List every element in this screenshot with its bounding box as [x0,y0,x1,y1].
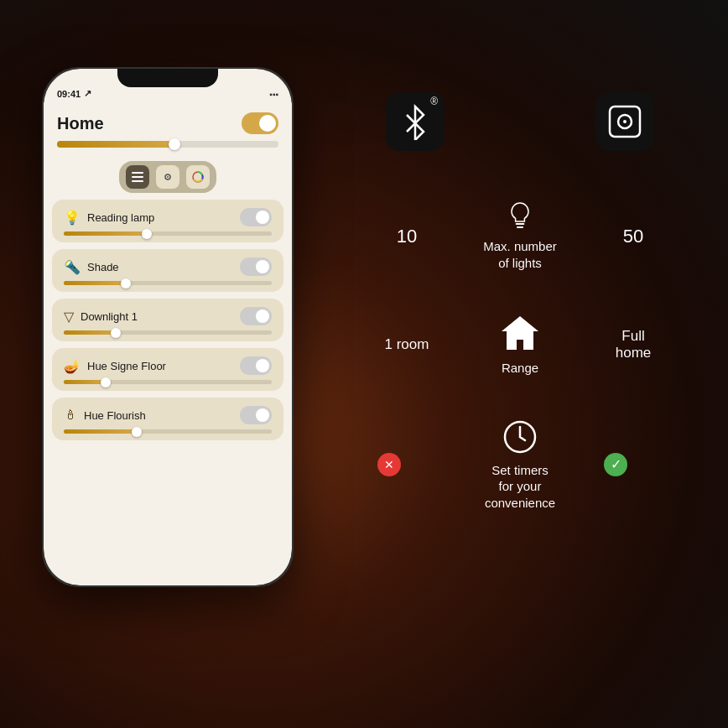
list-item: 🪔 Hue Signe Floor [52,348,283,391]
list-item: 🔦 Shade [52,249,283,292]
min-lights-value: 10 [377,226,436,247]
light-item-left: 💡 Reading lamp [64,210,154,226]
brightness-bar[interactable] [57,141,278,148]
tab-list[interactable] [126,165,149,189]
light-toggle-2[interactable] [240,307,272,325]
range-center: Range [453,313,587,377]
light-slider-3[interactable] [64,380,272,384]
svg-rect-2 [132,180,143,182]
timer-center: Set timers for your convenience [453,419,587,512]
floor-lamp-icon: 🪔 [64,358,81,374]
light-item-top: 🔦 Shade [64,257,272,276]
tab-bar [119,161,216,193]
svg-rect-1 [132,176,143,178]
tab-color[interactable] [186,165,210,189]
brightness-thumb [169,138,180,150]
light-item-left: 🪔 Hue Signe Floor [64,358,166,374]
house-icon [498,313,542,353]
ceiling-icon: 🕯 [64,408,77,423]
bluetooth-icon [400,103,430,140]
light-toggle-0[interactable] [240,208,272,226]
svg-rect-9 [516,223,525,225]
light-list: 💡 Reading lamp 🔦 [44,200,292,447]
bulb-icon: 🔦 [64,259,81,275]
battery-icon: ▪▪▪ [269,90,278,99]
downlight-icon: ▽ [64,309,74,325]
home-toggle[interactable] [242,112,278,134]
light-name: Reading lamp [87,211,154,224]
timer-yes: ✓ [604,453,663,476]
slider-fill [64,330,116,335]
light-name: Downlight 1 [81,310,138,323]
status-right: ▪▪▪ [269,90,278,99]
max-lights-center: Max. number of lights [453,201,587,271]
brightness-fill [57,141,179,148]
phone-content: Home [44,102,292,585]
phone: 09:41 ↗ ▪▪▪ Home [42,67,294,587]
max-range-value: Full home [604,328,663,361]
range-row: 1 room Range Full home [377,313,663,377]
bluetooth-section: ® [386,92,445,151]
slider-thumb [111,328,121,338]
bulb-icon [510,201,530,231]
light-item-left: 🕯 Hue Flourish [64,408,146,423]
list-item: ▽ Downlight 1 [52,299,283,341]
timer-row: ✕ Set timers for your convenience ✓ [377,419,663,512]
toggle-thumb [256,408,269,422]
status-time: 09:41 [57,89,81,99]
slider-thumb [142,229,152,239]
list-item: 💡 Reading lamp [52,200,283,242]
slider-fill [64,429,137,434]
svg-point-8 [623,120,627,123]
bluetooth-icon-box: ® [386,92,445,151]
tab-bar-container [44,161,292,193]
max-lights-label: Max. number of lights [483,238,557,271]
home-header: Home [44,102,292,161]
max-lights-row: 10 Max. number of lights 50 [377,201,663,271]
toggle-thumb [256,260,269,273]
toggle-thumb [256,309,269,323]
svg-rect-10 [517,226,523,228]
x-circle-icon: ✕ [377,453,401,476]
slider-fill [64,380,106,384]
slider-fill [64,281,126,285]
home-title: Home [57,114,104,133]
slider-thumb [132,427,142,437]
light-slider-1[interactable] [64,281,272,285]
light-toggle-1[interactable] [240,257,272,276]
phone-wrapper: 09:41 ↗ ▪▪▪ Home [25,50,310,679]
light-name: Hue Signe Floor [87,360,166,372]
light-item-left: ▽ Downlight 1 [64,309,138,325]
clock-icon [502,419,538,455]
toggle-thumb [256,359,269,372]
light-slider-2[interactable] [64,330,272,335]
registered-mark: ® [430,96,438,107]
list-item: 🕯 Hue Flourish [52,398,283,440]
light-item-top: 🕯 Hue Flourish [64,406,272,424]
top-icons-row: ® [386,92,654,151]
phone-screen: 09:41 ↗ ▪▪▪ Home [44,69,292,585]
timer-no: ✕ [377,453,436,476]
light-item-top: 💡 Reading lamp [64,208,272,226]
light-slider-4[interactable] [64,429,272,434]
light-item-top: ▽ Downlight 1 [64,307,272,325]
light-name: Shade [87,261,119,273]
light-toggle-4[interactable] [240,406,272,424]
toggle-thumb [256,211,269,224]
bulb-icon: 💡 [64,210,81,226]
light-toggle-3[interactable] [240,356,272,375]
check-circle-icon: ✓ [604,453,627,476]
tab-settings[interactable] [156,165,179,189]
slider-thumb [101,377,111,387]
svg-point-4 [167,176,169,178]
min-range-value: 1 room [377,336,436,353]
light-name: Hue Flourish [84,409,146,422]
max-lights-value: 50 [604,226,663,247]
info-panel: ® 10 Max. number of lig [352,67,688,696]
slider-fill [64,231,147,236]
svg-rect-0 [132,172,143,174]
toggle-thumb [259,115,276,132]
notch [117,69,218,87]
light-slider-0[interactable] [64,231,272,236]
range-label: Range [502,360,538,377]
